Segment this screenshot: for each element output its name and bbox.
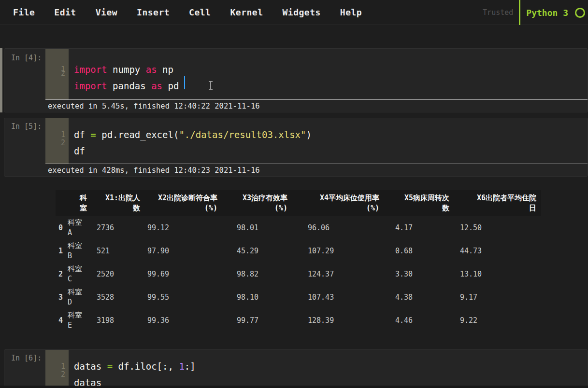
execution-info-bar: executed in 5.45s, finished 12:40:22 202… xyxy=(45,99,588,112)
header-x3: X3治疗有效率 (%) xyxy=(222,190,292,216)
cell-x2: 99.69 xyxy=(145,263,222,286)
row-index: 1 xyxy=(56,239,68,263)
code-line: df = pd.read_excel("./datas/result03.xls… xyxy=(74,126,588,143)
menu-help[interactable]: Help xyxy=(340,7,362,17)
line-number-gutter: 1 2 xyxy=(45,49,69,99)
code-editor[interactable]: 1 2 import numpy as np import pandas as … xyxy=(4,49,588,99)
cell-x5: 3.30 xyxy=(384,263,454,286)
cell-x6: 13.10 xyxy=(454,263,541,286)
code-token: datas xyxy=(74,361,107,372)
line-number: 2 xyxy=(45,366,65,383)
line-number: 1 xyxy=(45,49,65,65)
execution-info-bar: executed in 428ms, finished 12:40:23 202… xyxy=(45,164,588,177)
menu-edit[interactable]: Edit xyxy=(54,7,76,17)
cell-x1: 3528 xyxy=(92,286,145,309)
code-token: df xyxy=(74,146,85,156)
cell-x4: 107.43 xyxy=(292,286,384,309)
cell-x6: 9.22 xyxy=(454,309,541,332)
menu-cell[interactable]: Cell xyxy=(189,7,211,17)
menu-file[interactable]: File xyxy=(13,7,35,17)
menu-kernel[interactable]: Kernel xyxy=(230,7,263,17)
ibeam-cursor-icon xyxy=(207,81,214,90)
code-token: numpy xyxy=(107,64,146,75)
code-editor[interactable]: 1 2 df = pd.read_excel("./datas/result03… xyxy=(4,118,588,164)
menu-widgets[interactable]: Widgets xyxy=(283,7,321,17)
notebook-page: File Edit View Insert Cell Kernel Widget… xyxy=(0,0,588,388)
row-index: 3 xyxy=(56,286,68,309)
dataframe-output-table: 科 室 X1:出院人 数 X2出院诊断符合率 (%) X3治疗有效率 (%) X… xyxy=(56,190,541,332)
line-number: 2 xyxy=(45,135,65,151)
code-token: np xyxy=(157,64,173,75)
line-number-gutter: 1 2 xyxy=(45,350,69,388)
code-cell-3[interactable]: In [6]: 1 2 datas = df.iloc[:, 1:] datas xyxy=(4,349,588,388)
execution-info: executed in 5.45s, finished 12:40:22 202… xyxy=(45,102,260,111)
code-lines[interactable]: df = pd.read_excel("./datas/result03.xls… xyxy=(74,118,588,159)
code-lines[interactable]: import numpy as np import pandas as pd xyxy=(74,49,588,94)
table-row: 2 科室 C 2520 99.69 98.82 124.37 3.30 13.1… xyxy=(56,263,541,286)
cell-x4: 124.37 xyxy=(292,263,384,286)
header-index xyxy=(56,190,68,216)
cell-x4: 128.39 xyxy=(292,309,384,332)
code-token: pd xyxy=(162,81,179,91)
cell-x3: 98.10 xyxy=(222,286,292,309)
cell-x5: 4.17 xyxy=(384,216,454,239)
cell-x6: 9.17 xyxy=(454,286,541,309)
menu-insert[interactable]: Insert xyxy=(137,7,170,17)
text-caret xyxy=(184,76,185,89)
table-row: 4 科室 E 3198 99.36 99.77 128.39 4.46 9.22 xyxy=(56,309,541,332)
selected-cell-indicator xyxy=(0,48,2,112)
execution-info: executed in 428ms, finished 12:40:23 202… xyxy=(45,166,260,175)
code-token: df.iloc[:, xyxy=(113,361,179,372)
trusted-badge: Trusted xyxy=(483,8,513,17)
code-token: import xyxy=(74,64,107,75)
header-dept: 科 室 xyxy=(68,190,92,216)
table-row: 0 科室 A 2736 99.12 98.01 96.06 4.17 12.50 xyxy=(56,216,541,239)
code-token: as xyxy=(151,81,162,91)
code-token: = xyxy=(90,129,96,140)
cell-x4: 107.29 xyxy=(292,239,384,263)
table-header: 科 室 X1:出院人 数 X2出院诊断符合率 (%) X3治疗有效率 (%) X… xyxy=(56,190,541,216)
code-token: import xyxy=(74,81,107,91)
cell-x2: 97.90 xyxy=(145,239,222,263)
cell-x4: 96.06 xyxy=(292,216,384,239)
row-index: 0 xyxy=(56,216,68,239)
code-token: "./datas/result03.xlsx" xyxy=(179,129,306,140)
code-line: datas = df.iloc[:, 1:] xyxy=(74,358,588,374)
cell-dept: 科室 B xyxy=(68,239,92,263)
menubar-right: Trusted Python 3 xyxy=(483,0,588,25)
cell-x3: 45.29 xyxy=(222,239,292,263)
kernel-status-icon xyxy=(575,8,585,18)
kernel-name: Python 3 xyxy=(526,8,568,18)
code-cell-1[interactable]: In [4]: 1 2 import numpy as np import pa… xyxy=(4,48,588,112)
code-editor[interactable]: 1 2 datas = df.iloc[:, 1:] datas xyxy=(4,350,588,388)
code-token: 1 xyxy=(179,361,184,372)
header-x4: X4平均床位使用率 (%) xyxy=(292,190,384,216)
code-token: as xyxy=(146,64,157,75)
line-number-gutter: 1 2 xyxy=(45,118,69,164)
cell-x1: 3198 xyxy=(92,309,145,332)
cell-x1: 2736 xyxy=(92,216,145,239)
menu-view[interactable]: View xyxy=(96,7,117,17)
cell-x5: 4.38 xyxy=(384,286,454,309)
line-number: 1 xyxy=(45,350,65,366)
code-line: import numpy as np xyxy=(74,61,588,78)
cell-x6: 44.73 xyxy=(454,239,541,263)
cell-dept: 科室 A xyxy=(68,216,92,239)
code-line: df xyxy=(74,143,588,159)
row-index: 2 xyxy=(56,263,68,286)
cell-x5: 4.46 xyxy=(384,309,454,332)
cell-dept: 科室 D xyxy=(68,286,92,309)
cell-x2: 99.12 xyxy=(145,216,222,239)
cell-x2: 99.36 xyxy=(145,309,222,332)
header-x6: X6出院者平均住院 日 xyxy=(454,190,541,216)
line-number: 1 xyxy=(45,118,65,135)
table-row: 1 科室 B 521 97.90 45.29 107.29 0.68 44.73 xyxy=(56,239,541,263)
code-lines[interactable]: datas = df.iloc[:, 1:] datas xyxy=(74,350,588,388)
cell-x3: 98.82 xyxy=(222,263,292,286)
header-x1: X1:出院人 数 xyxy=(92,190,145,216)
header-x5: X5病床周转次 数 xyxy=(384,190,454,216)
code-token: = xyxy=(107,361,113,372)
cell-dept: 科室 E xyxy=(68,309,92,332)
cell-dept: 科室 C xyxy=(68,263,92,286)
code-cell-2[interactable]: In [5]: 1 2 df = pd.read_excel("./datas/… xyxy=(4,118,588,177)
